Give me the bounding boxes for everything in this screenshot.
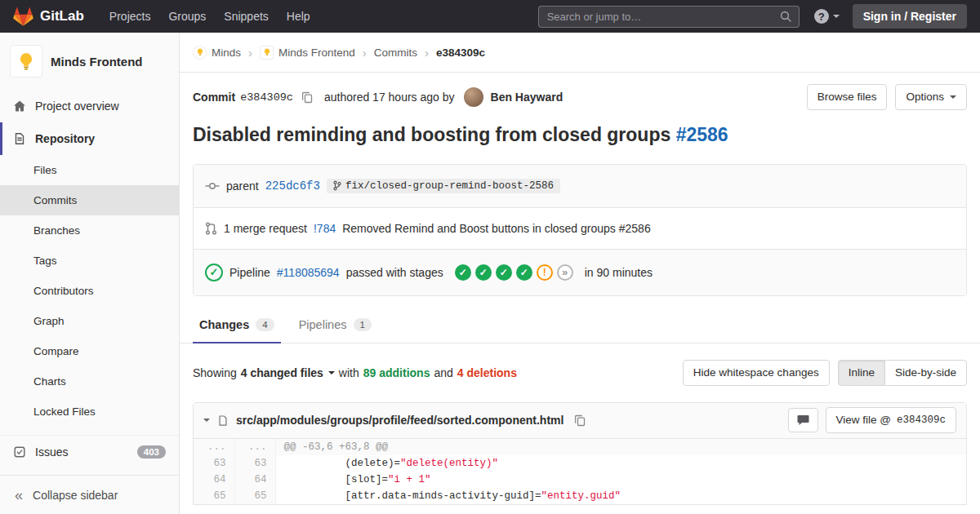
author-name-link[interactable]: Ben Hayward [491,91,564,104]
commit-title: Disabled reminding and boosting from clo… [193,123,967,148]
mr-ref-link[interactable]: !784 [314,222,336,235]
breadcrumb-group[interactable]: Minds [212,47,241,59]
commit-sha: e384309c [240,91,293,104]
code-line: (delete)="delete(entity)" [275,455,966,472]
nav-item-help[interactable]: Help [278,2,319,31]
sidebar-item-branches[interactable]: Branches [0,215,179,246]
breadcrumb-separator: › [425,46,429,60]
collapse-icon: « [15,488,23,503]
pipeline-stage-passed-icon[interactable]: ✓ [516,264,532,281]
inline-view-button[interactable]: Inline [838,360,885,386]
gitlab-home-link[interactable]: GitLab [13,7,84,26]
diff-stats-bar: Showing 4 changed files with 89 addition… [193,360,967,386]
breadcrumb-commits[interactable]: Commits [374,47,417,59]
options-dropdown-button[interactable]: Options [895,84,967,110]
author-avatar[interactable] [464,87,483,107]
breadcrumb-separator: › [363,46,367,60]
commit-authored-text: authored 17 hours ago by [324,91,455,104]
breadcrumb-project[interactable]: Minds Frontend [278,47,355,59]
sidebar-item-contributors[interactable]: Contributors [0,276,179,306]
nav-item-projects[interactable]: Projects [100,2,160,31]
pipeline-stage-passed-icon[interactable]: ✓ [455,264,471,281]
lightbulb-icon [262,47,272,57]
changed-files-dropdown[interactable]: 4 changed files [241,366,335,379]
additions-count: 89 additions [363,366,430,379]
sidebar-item-project-overview[interactable]: Project overview [0,90,179,122]
commit-label: Commit [193,91,235,104]
sidebar-project-link[interactable]: Minds Frontend [0,33,179,90]
view-file-label: View file @ [836,413,891,428]
sidebar-item-files[interactable]: Files [0,155,179,185]
commit-page-body: Commit e384309c authored 17 hours ago by… [180,84,980,296]
file-diff-actions: View file @ e384309c [788,407,957,433]
comment-bubble-icon [797,414,809,426]
copy-sha-button[interactable] [298,90,316,105]
home-icon [13,100,26,113]
code-plain: [slot]= [284,474,389,485]
pipelines-count-badge: 1 [354,318,372,331]
browse-files-button[interactable]: Browse files [807,84,888,110]
sidebar-item-tags[interactable]: Tags [0,246,179,276]
file-path-link[interactable]: src/app/modules/groups/profile/feed/sort… [236,414,564,427]
search-icon [780,11,791,22]
new-line-number[interactable]: 65 [234,488,275,504]
sidebar-item-label: Repository [35,132,95,145]
sidebar-item-commits[interactable]: Commits [0,185,179,215]
file-diff-header: src/app/modules/groups/profile/feed/sort… [194,403,966,439]
project-sidebar: Minds Frontend Project overview Reposito… [0,33,180,514]
parent-sha-link[interactable]: 225dc6f3 [265,179,320,193]
pipeline-stage-warning-icon[interactable]: ! [537,264,553,281]
pipeline-mini-graph: ✓ ✓ ✓ ✓ ! » [455,264,573,281]
commit-meta-row: Commit e384309c authored 17 hours ago by… [193,84,967,110]
commit-title-issue-link[interactable]: #2586 [676,124,728,145]
sidebar-item-locked-files[interactable]: Locked Files [0,397,179,427]
pipeline-status-text: passed with stages [346,266,443,279]
help-menu-button[interactable]: ? [814,9,840,24]
new-line-number[interactable]: 64 [234,472,275,488]
collapse-diff-caret-icon[interactable] [203,419,210,422]
help-icon: ? [814,9,829,24]
brand-name: GitLab [40,8,84,24]
new-line-number[interactable]: ... [234,439,275,455]
pipeline-stage-passed-icon[interactable]: ✓ [496,264,512,281]
tab-changes[interactable]: Changes 4 [193,308,281,343]
view-file-button[interactable]: View file @ e384309c [826,407,957,433]
changes-count-badge: 4 [256,318,274,331]
copy-file-path-button[interactable] [571,413,589,428]
sidebar-item-compare[interactable]: Compare [0,336,179,366]
branch-icon [333,180,341,191]
old-line-number[interactable]: 65 [194,488,234,504]
pipeline-stage-passed-icon[interactable]: ✓ [475,264,492,281]
sidebar-item-repository[interactable]: Repository [0,122,179,155]
collapse-sidebar-button[interactable]: « Collapse sidebar [0,475,179,514]
chevron-down-icon [328,371,335,374]
parent-label: parent [226,179,259,193]
breadcrumb: Minds › Minds Frontend › Commits › e3843… [180,33,980,73]
pipeline-id-link[interactable]: #118085694 [277,266,340,279]
parent-commit-row: parent 225dc6f3 fix/closed-group-remind-… [194,165,966,207]
search-box[interactable] [538,6,800,28]
hide-whitespace-button[interactable]: Hide whitespace changes [683,360,830,386]
issues-count-badge: 403 [137,445,166,459]
pipeline-status-icon[interactable]: ✓ [205,264,223,281]
old-line-number[interactable]: 63 [194,455,234,472]
old-line-number[interactable]: 64 [194,472,234,488]
sidebar-item-charts[interactable]: Charts [0,366,179,397]
nav-item-snippets[interactable]: Snippets [215,2,277,31]
nav-item-groups[interactable]: Groups [159,2,215,31]
sidebar-item-graph[interactable]: Graph [0,306,179,336]
tab-changes-label: Changes [199,318,249,331]
branch-name: fix/closed-group-remind-boost-2586 [345,180,554,192]
branch-ref-chip[interactable]: fix/closed-group-remind-boost-2586 [327,179,560,193]
issues-icon [13,445,26,459]
new-line-number[interactable]: 63 [234,455,275,472]
toggle-comments-button[interactable] [788,408,818,432]
search-input[interactable] [539,11,780,23]
sign-in-button[interactable]: Sign in / Register [853,4,967,29]
old-line-number[interactable]: ... [194,439,234,455]
side-by-side-view-button[interactable]: Side-by-side [884,360,967,386]
hunk-header-cell: @@ -63,6 +63,8 @@ [275,439,966,455]
pipeline-stage-skipped-icon[interactable]: » [557,264,573,281]
sidebar-item-issues[interactable]: Issues 403 [0,435,179,467]
tab-pipelines[interactable]: Pipelines 1 [292,308,378,343]
